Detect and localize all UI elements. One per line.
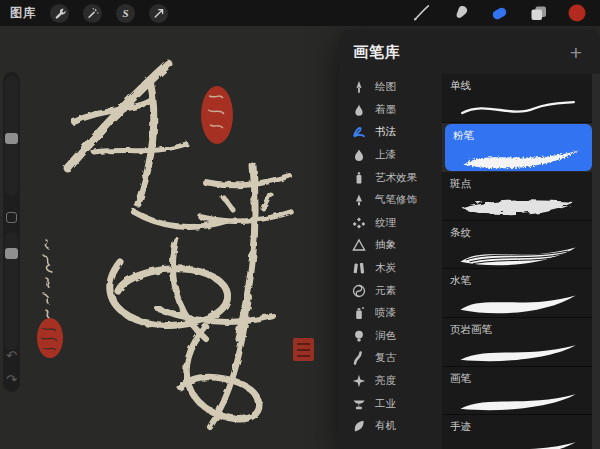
brush-name: 手迹 (450, 420, 584, 434)
brush-name: 粉笔 (453, 129, 584, 143)
vintage-pipe-icon (352, 351, 366, 365)
category-喷漆[interactable]: 喷漆 (339, 302, 442, 325)
brush-stroke-preview (450, 339, 584, 366)
brush-opacity-handle[interactable] (5, 248, 18, 259)
category-抽象[interactable]: 抽象 (339, 234, 442, 257)
transform-button[interactable] (149, 4, 168, 23)
category-绘图[interactable]: 绘图 (339, 76, 442, 99)
category-气笔修饰[interactable]: 气笔修饰 (339, 189, 442, 212)
transform-icon (153, 7, 165, 19)
brush-stroke-preview (450, 95, 584, 122)
sidebar-controls: ↶ ↷ (3, 72, 20, 392)
right-tool-group (411, 3, 600, 23)
category-纹理[interactable]: 纹理 (339, 212, 442, 235)
add-brush-button[interactable]: + (565, 42, 587, 63)
brush-单线[interactable]: 单线 (442, 74, 592, 123)
texture-diamonds-icon (352, 216, 366, 230)
modify-button[interactable] (6, 212, 17, 223)
color-swatch-icon (568, 4, 586, 22)
artistic-tube-icon (352, 171, 366, 185)
brush-list: 单线粉笔斑点条纹水笔页岩画笔画笔手迹 (442, 74, 600, 449)
brush-name: 页岩画笔 (450, 323, 584, 337)
category-复古[interactable]: 复古 (339, 347, 442, 370)
ink-drop-icon (352, 103, 366, 117)
adjustments-button[interactable] (83, 4, 102, 23)
brush-library-header: 画笔库 + (339, 30, 600, 74)
eraser-icon (489, 3, 510, 23)
wrench-icon (54, 7, 66, 19)
abstract-triangle-icon (352, 238, 366, 252)
smudge-icon (451, 4, 470, 23)
category-label: 润色 (375, 329, 396, 343)
brush-stroke-preview (450, 290, 584, 317)
actions-button[interactable] (50, 4, 69, 23)
spray-can-icon (352, 306, 366, 320)
paint-drop-icon (352, 148, 366, 162)
top-toolbar: 图库 S (0, 0, 600, 26)
brush-手迹[interactable]: 手迹 (442, 415, 592, 449)
category-上漆[interactable]: 上漆 (339, 144, 442, 167)
category-label: 艺术效果 (375, 171, 417, 185)
erase-tool-button[interactable] (489, 3, 509, 23)
smudge-tool-button[interactable] (450, 3, 470, 23)
brush-name: 条纹 (450, 226, 584, 240)
category-元素[interactable]: 元素 (339, 279, 442, 302)
category-书法[interactable]: 书法 (339, 121, 442, 144)
brush-粉笔[interactable]: 粉笔 (445, 124, 592, 172)
brush-name: 斑点 (450, 177, 584, 191)
brush-stroke-preview (450, 436, 584, 449)
brush-name: 水笔 (450, 274, 584, 288)
category-润色[interactable]: 润色 (339, 325, 442, 348)
brush-stroke-preview (450, 193, 584, 220)
brush-size-handle[interactable] (5, 133, 18, 144)
brush-条纹[interactable]: 条纹 (442, 221, 592, 270)
brush-stroke-preview (453, 145, 584, 172)
luminance-star-icon (352, 374, 366, 388)
lightbulb-icon (352, 329, 366, 343)
brush-斑点[interactable]: 斑点 (442, 172, 592, 221)
adjustments-icon (87, 7, 99, 19)
brush-页岩画笔[interactable]: 页岩画笔 (442, 318, 592, 367)
category-label: 元素 (375, 284, 396, 298)
sketch-pencil-icon (352, 80, 366, 94)
brush-stroke-preview (450, 242, 584, 269)
elements-swirl-icon (352, 284, 366, 298)
panel-title: 画笔库 (353, 43, 401, 62)
category-label: 绘图 (375, 80, 396, 94)
calligraphy-script-icon (352, 125, 366, 139)
layers-tool-button[interactable] (528, 3, 548, 23)
brush-name: 单线 (450, 79, 584, 93)
category-工业[interactable]: 工业 (339, 392, 442, 415)
category-label: 抽象 (375, 238, 396, 252)
brush-category-list: 绘图着墨书法上漆艺术效果气笔修饰纹理抽象木炭元素喷漆润色复古亮度工业有机 (339, 74, 442, 449)
layers-icon (529, 4, 548, 22)
redo-button[interactable]: ↷ (3, 373, 20, 386)
category-有机[interactable]: 有机 (339, 415, 442, 438)
gallery-button[interactable]: 图库 (10, 5, 36, 22)
category-label: 气笔修饰 (375, 193, 417, 207)
category-label: 着墨 (375, 103, 396, 117)
category-亮度[interactable]: 亮度 (339, 370, 442, 393)
category-木炭[interactable]: 木炭 (339, 257, 442, 280)
category-label: 纹理 (375, 216, 396, 230)
brush-library-panel: 画笔库 + 绘图着墨书法上漆艺术效果气笔修饰纹理抽象木炭元素喷漆润色复古亮度工业… (339, 30, 600, 449)
brush-画笔[interactable]: 画笔 (442, 367, 592, 416)
industrial-anvil-icon (352, 397, 366, 411)
undo-button[interactable]: ↶ (3, 349, 20, 362)
category-label: 木炭 (375, 261, 396, 275)
paint-brush-icon (411, 3, 431, 23)
organic-leaf-icon (352, 419, 366, 433)
category-label: 亮度 (375, 374, 396, 388)
selection-icon: S (122, 7, 128, 19)
brush-name: 画笔 (450, 372, 584, 386)
paint-tool-button[interactable] (411, 3, 431, 23)
category-label: 书法 (375, 125, 396, 139)
category-label: 喷漆 (375, 306, 396, 320)
category-着墨[interactable]: 着墨 (339, 99, 442, 122)
category-艺术效果[interactable]: 艺术效果 (339, 166, 442, 189)
selection-button[interactable]: S (116, 4, 135, 23)
color-tool-button[interactable] (567, 3, 587, 23)
brush-水笔[interactable]: 水笔 (442, 269, 592, 318)
brush-stroke-preview (450, 388, 584, 415)
procreate-app: 图库 S ↶ ↷ 画笔库 + 绘图着墨书法上漆艺术效果气笔修饰纹理抽象木炭元素喷… (0, 0, 600, 449)
